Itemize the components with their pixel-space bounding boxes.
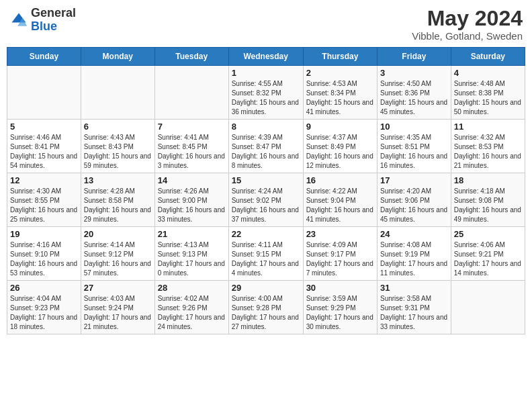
calendar-cell: 14Sunrise: 4:26 AM Sunset: 9:00 PM Dayli… bbox=[154, 173, 228, 227]
day-number: 26 bbox=[10, 283, 78, 293]
day-number: 12 bbox=[10, 175, 78, 185]
cell-info: Sunrise: 4:41 AM Sunset: 8:45 PM Dayligh… bbox=[158, 133, 226, 171]
calendar-cell: 11Sunrise: 4:32 AM Sunset: 8:53 PM Dayli… bbox=[451, 120, 525, 173]
day-header-friday: Friday bbox=[377, 48, 451, 66]
calendar-cell: 5Sunrise: 4:46 AM Sunset: 8:41 PM Daylig… bbox=[7, 120, 81, 173]
calendar-cell: 16Sunrise: 4:22 AM Sunset: 9:04 PM Dayli… bbox=[303, 173, 377, 227]
calendar-cell: 18Sunrise: 4:18 AM Sunset: 9:08 PM Dayli… bbox=[451, 173, 525, 227]
logo: General Blue bbox=[9, 7, 76, 34]
cell-info: Sunrise: 4:03 AM Sunset: 9:24 PM Dayligh… bbox=[84, 294, 152, 332]
calendar-week-1: 1Sunrise: 4:55 AM Sunset: 8:32 PM Daylig… bbox=[7, 66, 525, 120]
day-number: 11 bbox=[454, 122, 522, 132]
calendar-cell: 25Sunrise: 4:06 AM Sunset: 9:21 PM Dayli… bbox=[451, 227, 525, 281]
calendar-cell: 1Sunrise: 4:55 AM Sunset: 8:32 PM Daylig… bbox=[228, 66, 303, 120]
day-number: 28 bbox=[158, 283, 226, 293]
calendar-cell: 20Sunrise: 4:14 AM Sunset: 9:12 PM Dayli… bbox=[81, 227, 154, 281]
day-header-monday: Monday bbox=[81, 48, 154, 66]
calendar-cell: 22Sunrise: 4:11 AM Sunset: 9:15 PM Dayli… bbox=[228, 227, 303, 281]
cell-info: Sunrise: 4:22 AM Sunset: 9:04 PM Dayligh… bbox=[306, 187, 374, 224]
day-number: 17 bbox=[380, 175, 448, 185]
logo-general-text: General bbox=[31, 6, 76, 19]
day-number: 31 bbox=[380, 283, 448, 293]
calendar-cell: 15Sunrise: 4:24 AM Sunset: 9:02 PM Dayli… bbox=[228, 173, 303, 227]
cell-info: Sunrise: 4:20 AM Sunset: 9:06 PM Dayligh… bbox=[380, 187, 448, 224]
cell-info: Sunrise: 4:16 AM Sunset: 9:10 PM Dayligh… bbox=[10, 240, 78, 278]
day-number: 8 bbox=[232, 122, 300, 132]
calendar-cell: 27Sunrise: 4:03 AM Sunset: 9:24 PM Dayli… bbox=[81, 281, 154, 334]
calendar-cell: 7Sunrise: 4:41 AM Sunset: 8:45 PM Daylig… bbox=[154, 120, 228, 173]
day-number: 23 bbox=[306, 229, 374, 239]
location: Vibble, Gotland, Sweden bbox=[412, 30, 523, 42]
calendar-cell: 23Sunrise: 4:09 AM Sunset: 9:17 PM Dayli… bbox=[303, 227, 377, 281]
calendar-cell: 17Sunrise: 4:20 AM Sunset: 9:06 PM Dayli… bbox=[377, 173, 451, 227]
cell-info: Sunrise: 4:39 AM Sunset: 8:47 PM Dayligh… bbox=[232, 133, 300, 171]
calendar-cell: 10Sunrise: 4:35 AM Sunset: 8:51 PM Dayli… bbox=[377, 120, 451, 173]
cell-info: Sunrise: 3:58 AM Sunset: 9:31 PM Dayligh… bbox=[380, 294, 448, 332]
calendar-cell: 26Sunrise: 4:04 AM Sunset: 9:23 PM Dayli… bbox=[7, 281, 81, 334]
day-number: 2 bbox=[306, 68, 374, 78]
calendar-cell bbox=[451, 281, 525, 334]
cell-info: Sunrise: 4:26 AM Sunset: 9:00 PM Dayligh… bbox=[158, 187, 226, 224]
calendar-cell bbox=[154, 66, 228, 120]
cell-info: Sunrise: 4:35 AM Sunset: 8:51 PM Dayligh… bbox=[380, 133, 448, 171]
calendar-cell: 19Sunrise: 4:16 AM Sunset: 9:10 PM Dayli… bbox=[7, 227, 81, 281]
cell-info: Sunrise: 4:46 AM Sunset: 8:41 PM Dayligh… bbox=[10, 133, 78, 171]
calendar-body: 1Sunrise: 4:55 AM Sunset: 8:32 PM Daylig… bbox=[7, 66, 525, 334]
calendar-week-5: 26Sunrise: 4:04 AM Sunset: 9:23 PM Dayli… bbox=[7, 281, 525, 334]
cell-info: Sunrise: 4:13 AM Sunset: 9:13 PM Dayligh… bbox=[158, 240, 226, 278]
cell-info: Sunrise: 4:55 AM Sunset: 8:32 PM Dayligh… bbox=[232, 79, 300, 117]
logo-icon bbox=[9, 11, 28, 30]
cell-info: Sunrise: 4:32 AM Sunset: 8:53 PM Dayligh… bbox=[454, 133, 522, 171]
cell-info: Sunrise: 4:50 AM Sunset: 8:36 PM Dayligh… bbox=[380, 79, 448, 117]
cell-info: Sunrise: 4:02 AM Sunset: 9:26 PM Dayligh… bbox=[158, 294, 226, 332]
calendar-cell: 24Sunrise: 4:08 AM Sunset: 9:19 PM Dayli… bbox=[377, 227, 451, 281]
calendar-cell: 31Sunrise: 3:58 AM Sunset: 9:31 PM Dayli… bbox=[377, 281, 451, 334]
day-number: 15 bbox=[232, 175, 300, 185]
title-block: May 2024 Vibble, Gotland, Sweden bbox=[412, 7, 523, 42]
day-header-tuesday: Tuesday bbox=[154, 48, 228, 66]
calendar-cell: 29Sunrise: 4:00 AM Sunset: 9:28 PM Dayli… bbox=[228, 281, 303, 334]
day-number: 24 bbox=[380, 229, 448, 239]
day-header-sunday: Sunday bbox=[7, 48, 81, 66]
calendar-cell: 6Sunrise: 4:43 AM Sunset: 8:43 PM Daylig… bbox=[81, 120, 154, 173]
day-number: 21 bbox=[158, 229, 226, 239]
calendar-week-4: 19Sunrise: 4:16 AM Sunset: 9:10 PM Dayli… bbox=[7, 227, 525, 281]
calendar-table: SundayMondayTuesdayWednesdayThursdayFrid… bbox=[7, 47, 525, 334]
day-number: 9 bbox=[306, 122, 374, 132]
cell-info: Sunrise: 4:06 AM Sunset: 9:21 PM Dayligh… bbox=[454, 240, 522, 278]
calendar-cell: 12Sunrise: 4:30 AM Sunset: 8:55 PM Dayli… bbox=[7, 173, 81, 227]
cell-info: Sunrise: 4:04 AM Sunset: 9:23 PM Dayligh… bbox=[10, 294, 78, 332]
day-header-thursday: Thursday bbox=[303, 48, 377, 66]
cell-info: Sunrise: 4:08 AM Sunset: 9:19 PM Dayligh… bbox=[380, 240, 448, 278]
cell-info: Sunrise: 4:28 AM Sunset: 8:58 PM Dayligh… bbox=[84, 187, 152, 224]
day-number: 1 bbox=[232, 68, 300, 78]
calendar-cell: 30Sunrise: 3:59 AM Sunset: 9:29 PM Dayli… bbox=[303, 281, 377, 334]
calendar-week-2: 5Sunrise: 4:46 AM Sunset: 8:41 PM Daylig… bbox=[7, 120, 525, 173]
day-number: 19 bbox=[10, 229, 78, 239]
cell-info: Sunrise: 4:48 AM Sunset: 8:38 PM Dayligh… bbox=[454, 79, 522, 117]
calendar-cell: 2Sunrise: 4:53 AM Sunset: 8:34 PM Daylig… bbox=[303, 66, 377, 120]
calendar-cell: 8Sunrise: 4:39 AM Sunset: 8:47 PM Daylig… bbox=[228, 120, 303, 173]
day-number: 16 bbox=[306, 175, 374, 185]
day-header-wednesday: Wednesday bbox=[228, 48, 303, 66]
day-number: 20 bbox=[84, 229, 152, 239]
month-year: May 2024 bbox=[412, 7, 523, 30]
cell-info: Sunrise: 4:43 AM Sunset: 8:43 PM Dayligh… bbox=[84, 133, 152, 171]
calendar-cell bbox=[81, 66, 154, 120]
calendar-cell: 13Sunrise: 4:28 AM Sunset: 8:58 PM Dayli… bbox=[81, 173, 154, 227]
day-header-saturday: Saturday bbox=[451, 48, 525, 66]
day-number: 3 bbox=[380, 68, 448, 78]
cell-info: Sunrise: 4:37 AM Sunset: 8:49 PM Dayligh… bbox=[306, 133, 374, 171]
day-number: 22 bbox=[232, 229, 300, 239]
cell-info: Sunrise: 4:00 AM Sunset: 9:28 PM Dayligh… bbox=[232, 294, 300, 332]
logo-blue-text: Blue bbox=[31, 19, 57, 33]
day-number: 5 bbox=[10, 122, 78, 132]
day-number: 18 bbox=[454, 175, 522, 185]
day-number: 14 bbox=[158, 175, 226, 185]
day-number: 27 bbox=[84, 283, 152, 293]
cell-info: Sunrise: 3:59 AM Sunset: 9:29 PM Dayligh… bbox=[306, 294, 374, 332]
calendar-header-row: SundayMondayTuesdayWednesdayThursdayFrid… bbox=[7, 48, 525, 66]
day-number: 6 bbox=[84, 122, 152, 132]
cell-info: Sunrise: 4:53 AM Sunset: 8:34 PM Dayligh… bbox=[306, 79, 374, 117]
calendar-cell: 21Sunrise: 4:13 AM Sunset: 9:13 PM Dayli… bbox=[154, 227, 228, 281]
